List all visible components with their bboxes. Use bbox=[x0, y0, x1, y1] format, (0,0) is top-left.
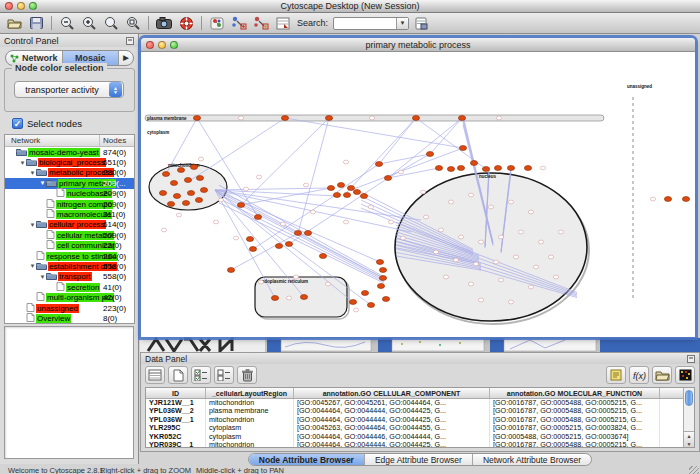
graph-node-selected[interactable] bbox=[162, 172, 169, 177]
tree-row[interactable]: mosaic-demo-yeast874(0) bbox=[5, 147, 134, 157]
graph-node-small[interactable] bbox=[458, 235, 463, 239]
graph-node-selected[interactable] bbox=[426, 152, 433, 157]
graph-node-selected[interactable] bbox=[382, 297, 389, 302]
graph-node-selected[interactable] bbox=[457, 166, 464, 171]
graph-node-small[interactable] bbox=[343, 220, 348, 224]
expand-triangle-icon[interactable]: ▼ bbox=[39, 180, 46, 186]
graph-node-small[interactable] bbox=[513, 255, 518, 259]
graph-node-selected[interactable] bbox=[190, 165, 197, 170]
table-row[interactable]: YJR121W__1mitochondrion[GO:0045267, GO:0… bbox=[146, 399, 683, 407]
table-row[interactable]: YPL036W__2plasma membrane[GO:0044464, GO… bbox=[146, 407, 683, 415]
network-window-titlebar[interactable]: primary metabolic process bbox=[141, 38, 695, 52]
import-table-icon[interactable] bbox=[411, 14, 431, 32]
graph-node-small[interactable] bbox=[218, 198, 223, 202]
graph-node-selected[interactable] bbox=[254, 215, 261, 220]
table-row[interactable]: YKR052Ccytoplasm[GO:0044464, GO:0044446,… bbox=[146, 433, 683, 441]
graph-node-small[interactable] bbox=[176, 213, 181, 217]
graph-node-selected[interactable] bbox=[195, 198, 202, 203]
graph-node-selected[interactable] bbox=[375, 162, 382, 167]
matrix-heatmap-icon[interactable] bbox=[675, 366, 695, 384]
tree-row[interactable]: response to stimulu264(0) bbox=[5, 251, 134, 261]
graph-node-small[interactable] bbox=[443, 275, 448, 279]
graph-node-small[interactable] bbox=[325, 282, 330, 286]
graph-node-small[interactable] bbox=[286, 296, 291, 300]
formula-fx-icon[interactable]: f(x) bbox=[629, 366, 649, 384]
graph-node-selected[interactable] bbox=[447, 167, 454, 172]
graph-node-small[interactable] bbox=[496, 116, 501, 120]
graph-node-selected[interactable] bbox=[246, 237, 253, 242]
graph-node-selected[interactable] bbox=[200, 188, 207, 193]
graph-node-selected[interactable] bbox=[170, 181, 177, 186]
graph-node-small[interactable] bbox=[493, 260, 498, 264]
graph-node-selected[interactable] bbox=[459, 146, 466, 151]
tree-row[interactable]: ▼biological_process651(0) bbox=[5, 157, 134, 167]
graph-node-small[interactable] bbox=[453, 258, 458, 262]
graph-node-small[interactable] bbox=[508, 200, 513, 204]
table-row[interactable]: YLR295Ccytoplasm[GO:0045263, GO:0044464,… bbox=[146, 424, 683, 432]
graph-node-small[interactable] bbox=[533, 265, 538, 269]
expand-triangle-icon[interactable]: ▼ bbox=[29, 263, 36, 269]
browser-tab[interactable]: Edge Attribute Browser bbox=[365, 454, 473, 465]
graph-node-selected[interactable] bbox=[349, 300, 356, 305]
graph-node-selected[interactable] bbox=[173, 194, 180, 199]
graph-node-selected[interactable] bbox=[187, 191, 194, 196]
graph-node-selected[interactable] bbox=[193, 116, 200, 121]
graph-node-small[interactable] bbox=[369, 116, 374, 120]
graph-node-selected[interactable] bbox=[177, 168, 184, 173]
annotation-grid-icon[interactable] bbox=[273, 14, 293, 32]
graph-node-selected[interactable] bbox=[435, 166, 442, 171]
graph-node-small[interactable] bbox=[498, 278, 503, 282]
graph-node-selected[interactable] bbox=[227, 268, 234, 273]
graph-node-selected[interactable] bbox=[304, 231, 311, 236]
graph-node-small[interactable] bbox=[398, 170, 403, 174]
graph-node-small[interactable] bbox=[553, 275, 558, 279]
tree-header[interactable]: Network Nodes bbox=[5, 135, 134, 147]
tree-row[interactable]: macromolecule311(0) bbox=[5, 209, 134, 219]
help-lifebuoy-icon[interactable] bbox=[176, 14, 196, 32]
graph-node-selected[interactable] bbox=[333, 193, 340, 198]
graph-node-selected[interactable] bbox=[376, 260, 383, 265]
browser-tab[interactable]: Node Attribute Browser bbox=[249, 454, 365, 465]
graph-node-selected[interactable] bbox=[196, 176, 203, 181]
graph-node-selected[interactable] bbox=[327, 186, 334, 191]
table-scrollbar-arrows[interactable]: ▲▼ bbox=[684, 431, 694, 447]
search-dropdown-arrow-icon[interactable]: ▼ bbox=[396, 18, 408, 29]
load-attributes-folder-icon[interactable] bbox=[652, 366, 672, 384]
graph-node-selected[interactable] bbox=[325, 116, 332, 121]
unselect-attributes-icon[interactable] bbox=[214, 366, 234, 384]
attribute-table-icon[interactable] bbox=[145, 366, 165, 384]
expand-triangle-icon[interactable]: ▼ bbox=[29, 170, 36, 176]
graph-node-selected[interactable] bbox=[507, 166, 514, 171]
graph-node-selected[interactable] bbox=[377, 284, 384, 289]
graph-node-selected[interactable] bbox=[494, 166, 501, 171]
graph-node-selected[interactable] bbox=[337, 183, 344, 188]
graph-node-selected[interactable] bbox=[159, 191, 166, 196]
graph-node-selected[interactable] bbox=[482, 167, 489, 172]
graph-node-selected[interactable] bbox=[275, 244, 282, 249]
graph-node-small[interactable] bbox=[233, 236, 238, 240]
expand-triangle-icon[interactable]: ▼ bbox=[39, 274, 46, 280]
graph-node-selected[interactable] bbox=[367, 303, 374, 308]
graph-node-selected[interactable] bbox=[300, 295, 307, 300]
zoom-out-icon[interactable] bbox=[57, 14, 77, 32]
graph-node-small[interactable] bbox=[473, 262, 478, 266]
graph-node-selected[interactable] bbox=[353, 190, 360, 195]
graph-node-small[interactable] bbox=[508, 300, 513, 304]
nucleus-region[interactable] bbox=[395, 173, 587, 321]
tree-row[interactable]: Overview8(0) bbox=[5, 313, 134, 323]
tree-row[interactable]: multi-organism pro42(0) bbox=[5, 292, 134, 302]
table-row[interactable]: YDR039C__1mitochondrion[GO:0044464, GO:0… bbox=[146, 441, 683, 447]
graph-node-small[interactable] bbox=[258, 280, 263, 284]
graph-node-small[interactable] bbox=[478, 298, 483, 302]
graph-node-selected[interactable] bbox=[167, 202, 174, 207]
tree-row[interactable]: ▼establishment of lo558(0) bbox=[5, 261, 134, 271]
graph-node-selected[interactable] bbox=[524, 166, 531, 171]
tree-row[interactable]: cellular metabol209(0) bbox=[5, 230, 134, 240]
graph-node-small[interactable] bbox=[488, 205, 493, 209]
graph-node-selected[interactable] bbox=[343, 193, 350, 198]
graph-node-small[interactable] bbox=[213, 220, 218, 224]
browser-tab[interactable]: Network Attribute Browser bbox=[473, 454, 591, 465]
graph-node-small[interactable] bbox=[368, 205, 373, 209]
tree-row[interactable]: ▼transport558(0) bbox=[5, 272, 134, 282]
graph-node-selected[interactable] bbox=[281, 116, 288, 121]
